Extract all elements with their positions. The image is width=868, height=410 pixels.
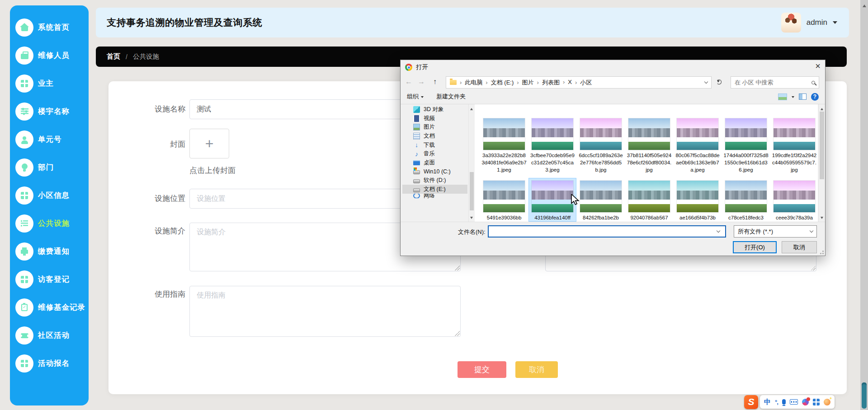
help-icon[interactable]: ? — [811, 93, 819, 101]
chevron-down-icon — [810, 229, 813, 233]
forward-icon[interactable]: → — [418, 78, 425, 86]
open-button[interactable]: 打开(O) — [733, 241, 777, 253]
tree-item[interactable]: 视频 — [402, 114, 467, 123]
tree-item-label: 音乐 — [424, 150, 435, 158]
file-item[interactable]: 37b81140f505e92478e6cf260df80034.jpg — [626, 116, 673, 173]
drive-win-icon — [413, 170, 420, 174]
path-segment[interactable]: 文档 (E:) — [486, 79, 514, 87]
scroll-up-icon[interactable] — [821, 107, 823, 110]
sidebar-item[interactable]: 小区信息 — [10, 186, 89, 205]
scroll-up-icon[interactable] — [863, 3, 866, 7]
new-folder-button[interactable]: 新建文件夹 — [436, 93, 466, 101]
up-icon[interactable]: ↑ — [433, 78, 437, 86]
file-item[interactable]: c78ce518fedc3 — [722, 178, 769, 221]
tree-scrollbar[interactable] — [468, 104, 474, 223]
view-mode-icon[interactable] — [778, 93, 787, 100]
chinese-mode-icon[interactable]: 中 — [764, 398, 771, 406]
close-icon[interactable]: × — [815, 61, 821, 70]
back-icon[interactable]: ← — [405, 78, 412, 86]
header: 支持事务追溯的物业管理及查询系统 admin — [96, 8, 849, 37]
chevron-down-icon[interactable] — [792, 96, 794, 99]
file-item[interactable]: 5491e39036bb — [481, 178, 528, 221]
keyboard-icon[interactable] — [790, 399, 798, 405]
cancel-button[interactable]: 取消 — [515, 361, 558, 378]
file-item[interactable]: 84262fba1be2b — [577, 178, 624, 221]
file-item[interactable]: ae166d5f4b73b — [674, 178, 721, 221]
file-item[interactable]: 174d4a000f7325d81550c9e616b61d36.jpeg — [722, 116, 769, 173]
breadcrumb-home[interactable]: 首页 — [107, 52, 120, 61]
filename-input[interactable] — [488, 225, 726, 238]
tree-item[interactable]: 文档 — [402, 132, 467, 141]
sidebar-item[interactable]: 系统首页 — [10, 18, 89, 37]
tree-item[interactable]: 软件 (D:) — [402, 176, 467, 185]
path-segment[interactable]: 此电脑 — [460, 79, 482, 87]
scroll-up-icon[interactable] — [470, 107, 473, 110]
punctuation-icon[interactable]: °, — [775, 399, 778, 405]
scrollbar-thumb[interactable] — [820, 112, 824, 179]
page-scrollbar[interactable] — [860, 0, 868, 410]
submit-button[interactable]: 提交 — [458, 361, 506, 378]
filetype-select[interactable]: 所有文件 (*.*) — [734, 225, 817, 238]
path-segment[interactable]: 小区 — [575, 79, 592, 87]
home-icon — [21, 27, 28, 31]
file-item[interactable]: 80c067f5c0ac88deae0b69c1363e9b7a.jpeg — [674, 116, 721, 173]
dialog-cancel-button[interactable]: 取消 — [782, 241, 817, 253]
scroll-down-icon[interactable] — [470, 217, 473, 220]
organize-button[interactable]: 组织 — [407, 93, 424, 101]
sidebar-item[interactable]: 单元号 — [10, 130, 89, 149]
file-item[interactable]: 199cdfe1f3f2a2942c44b059595579c7.jpg — [771, 116, 818, 173]
search-box[interactable]: 在 小区 中搜索 — [731, 76, 819, 89]
path-breadcrumb: 此电脑文档 (E:)图片列表图X小区 — [460, 79, 592, 87]
file-item[interactable]: 6dcc5cf1089a263e2e776fce7856dd5b.jpg — [577, 116, 624, 173]
dialog-resize-grip[interactable] — [822, 253, 824, 254]
file-item[interactable]: 43196bfea140ff — [529, 178, 576, 221]
tree-item[interactable]: 3D 对象 — [402, 105, 467, 114]
scroll-down-icon[interactable] — [821, 217, 823, 220]
sidebar-item[interactable]: 维修基金记录 — [10, 298, 89, 317]
sidebar-item[interactable]: 部门 — [10, 158, 89, 177]
tree-item[interactable]: 音乐 — [402, 149, 467, 158]
address-dropdown-icon[interactable] — [704, 80, 708, 84]
toolbox-icon[interactable] — [813, 399, 820, 405]
sidebar-item[interactable]: 维修人员 — [10, 46, 89, 65]
tree-item[interactable]: 网络 — [402, 194, 467, 198]
ticket-icon — [21, 333, 28, 338]
tree-item[interactable]: 图片 — [402, 123, 467, 132]
cover-upload-box[interactable]: + — [189, 129, 229, 158]
sidebar-item[interactable]: 访客登记 — [10, 270, 89, 289]
path-segment[interactable]: X — [563, 79, 572, 87]
tree-item[interactable]: 下载 — [402, 140, 467, 149]
file-item[interactable]: ceee39c78a39a — [771, 178, 818, 221]
dialog-titlebar[interactable]: 打开 × — [401, 60, 825, 75]
path-segment[interactable]: 图片 — [517, 79, 533, 87]
usage-guide-textarea[interactable] — [189, 286, 461, 337]
sidebar-item[interactable]: 楼宇名称 — [10, 102, 89, 121]
file-grid-scrollbar[interactable] — [818, 104, 825, 223]
user-menu[interactable]: admin — [781, 13, 837, 33]
sidebar-item[interactable]: 活动报名 — [10, 354, 89, 373]
file-item[interactable]: 3cfbee70cdeb95e9c31d22e057c45ca3.jpeg — [529, 116, 576, 173]
file-item[interactable]: 3a3933a22e282b83d4081fe06a9e2b71.jpeg — [481, 116, 528, 173]
sidebar-item[interactable]: 公共设施 — [10, 214, 89, 233]
scrollbar-thumb[interactable] — [470, 172, 474, 210]
tree-item[interactable]: 桌面 — [402, 158, 467, 168]
refresh-icon[interactable] — [717, 79, 722, 84]
preview-pane-icon[interactable] — [799, 93, 807, 100]
avatar[interactable] — [781, 13, 801, 33]
tree-item[interactable]: Win10 (C:) — [402, 167, 467, 176]
address-bar[interactable]: 此电脑文档 (E:)图片列表图X小区 — [446, 76, 712, 89]
file-item[interactable]: 92040786ab567 — [626, 178, 673, 221]
sidebar-item[interactable]: 社区活动 — [10, 326, 89, 345]
tree-item[interactable]: 文档 (E:) — [402, 185, 467, 194]
search-placeholder: 在 小区 中搜索 — [735, 79, 773, 87]
emoji-icon[interactable] — [824, 399, 830, 405]
microphone-icon[interactable] — [782, 399, 786, 405]
dialog-toolbar: 组织 新建文件夹 ? — [401, 91, 825, 102]
sidebar-item[interactable]: 缴费通知 — [10, 242, 89, 261]
path-segment[interactable]: 列表图 — [537, 79, 560, 87]
skin-icon[interactable] — [802, 399, 809, 405]
sogou-logo-icon[interactable]: S — [744, 395, 758, 409]
scrollbar-thumb[interactable] — [862, 382, 867, 409]
sidebar-item[interactable]: 业主 — [10, 74, 89, 93]
file-name: 43196bfea140ff — [529, 214, 576, 221]
